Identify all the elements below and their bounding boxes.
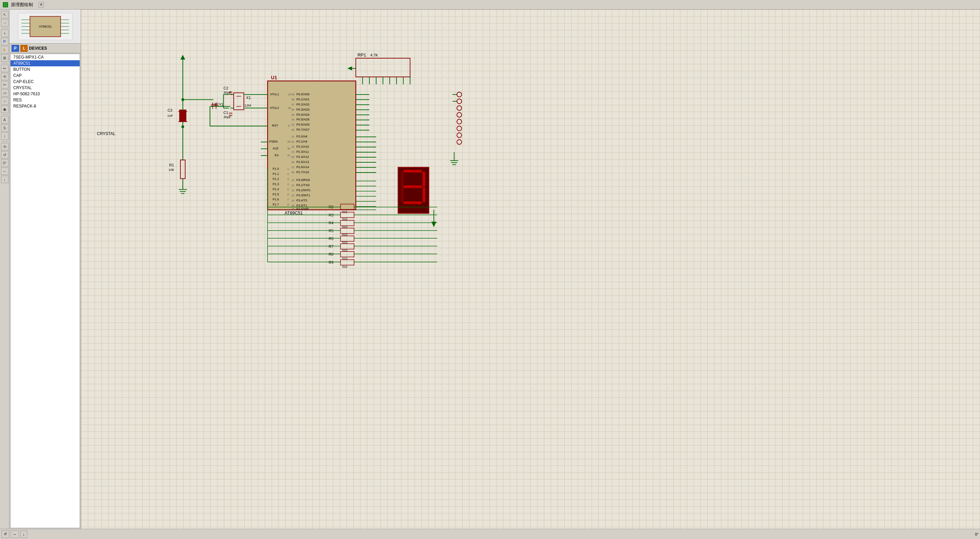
svg-text:P0.1/AD1: P0.1/AD1	[296, 98, 309, 101]
svg-text:P2.3/A11: P2.3/A11	[296, 150, 309, 153]
svg-text:19: 19	[288, 93, 291, 96]
svg-text:32: 32	[291, 128, 294, 131]
svg-text:PSEN: PSEN	[269, 140, 277, 143]
device-item-button[interactable]: BUTTON	[11, 66, 80, 73]
devices-header: P L DEVICES	[10, 44, 81, 53]
devices-panel: AT89C51 P L DEVICES 7SEG-MPX1-CA AT89C51	[10, 10, 81, 529]
svg-text:RP1: RP1	[357, 52, 366, 57]
svg-text:R4: R4	[329, 221, 334, 225]
mirror-h-tool[interactable]: ↔	[1, 167, 8, 175]
device-item-crystal[interactable]: CRYSTAL	[11, 85, 80, 91]
svg-text:ALE: ALE	[273, 147, 278, 150]
svg-text:10k: 10k	[169, 168, 174, 172]
flip-tool[interactable]: ↕	[1, 132, 8, 140]
bottom-toolbar: ↺ ↔ ↓ 0°	[0, 529, 980, 539]
svg-rect-20	[267, 81, 356, 210]
devices-list[interactable]: 7SEG-MPX1-CA AT89C51 BUTTON CAP CAP-ELEC…	[10, 54, 80, 528]
p-button[interactable]: P	[11, 45, 19, 52]
text-tool[interactable]: A	[1, 116, 8, 124]
device-item-respack8[interactable]: RESPACK-8	[11, 103, 80, 109]
svg-text:16: 16	[291, 208, 294, 211]
svg-text:P1.5: P1.5	[273, 192, 279, 196]
svg-rect-169	[403, 170, 422, 173]
svg-text:39: 39	[291, 93, 294, 96]
mirror-v-tool[interactable]: ↓	[1, 176, 8, 183]
svg-text:27: 27	[291, 166, 294, 169]
l-tool[interactable]: L	[1, 46, 8, 53]
device-item-hp5082[interactable]: HP-5082-7610	[11, 91, 80, 97]
schematic-svg: U1 AT89C51 XTAL1 19 XTAL2 18 RST 9 PSEN …	[81, 10, 980, 529]
svg-text:P2.5/A13: P2.5/A13	[296, 160, 309, 164]
svg-rect-175	[403, 202, 422, 204]
p-tool[interactable]: P	[1, 38, 8, 45]
svg-text:R1: R1	[169, 163, 174, 167]
svg-text:CRYSTAL: CRYSTAL	[97, 131, 115, 136]
svg-text:25: 25	[291, 156, 294, 159]
rotate-tool[interactable]: ⟲	[1, 73, 8, 80]
svg-text:30: 30	[287, 147, 290, 150]
svg-text:XTAL1: XTAL1	[270, 92, 279, 96]
svg-text:15: 15	[291, 204, 294, 207]
pointer-tool[interactable]: →	[1, 19, 8, 27]
svg-text:RST: RST	[272, 124, 278, 127]
svg-text:10: 10	[291, 179, 294, 182]
grid-tool[interactable]: ⊞	[1, 54, 8, 62]
svg-text:3: 3	[287, 178, 289, 181]
rotate-btn[interactable]: ↺	[2, 531, 9, 538]
svg-text:C3: C3	[167, 108, 172, 112]
svg-text:21: 21	[291, 135, 294, 138]
svg-text:P3.0/RXD: P3.0/RXD	[296, 178, 310, 182]
svg-text:33: 33	[291, 123, 294, 126]
app-window: 原理图绘制 ✕ ↖ → + P L ⊞ ✏ ⟲ ✂ ▭ ○ ◉ A S ↕ ⟲ …	[0, 0, 980, 539]
svg-text:R8: R8	[329, 252, 334, 256]
cut-tool[interactable]: ✂	[1, 81, 8, 89]
redo-tool[interactable]: ↺	[1, 151, 8, 159]
flip-h-btn[interactable]: ↔	[11, 531, 19, 538]
undo-tool[interactable]: ⟲	[1, 143, 8, 150]
rotation-display: 0°	[1, 159, 8, 167]
svg-text:26: 26	[291, 161, 294, 164]
svg-text:P0.5/AD5: P0.5/AD5	[296, 118, 309, 121]
svg-text:P1.6: P1.6	[273, 198, 279, 201]
circle-tool[interactable]: ○	[1, 97, 8, 105]
svg-text:23: 23	[291, 145, 294, 148]
svg-text:8: 8	[287, 203, 289, 206]
select-tool[interactable]: ↖	[1, 11, 8, 18]
preview-image: AT89C51	[18, 13, 73, 40]
flip-v-btn[interactable]: ↓	[21, 531, 27, 538]
canvas-area[interactable]: U1 AT89C51 XTAL1 19 XTAL2 18 RST 9 PSEN …	[81, 10, 980, 529]
svg-text:P2.7/A15: P2.7/A15	[296, 170, 309, 174]
component-preview: AT89C51	[10, 10, 81, 44]
svg-text:R7: R7	[329, 244, 334, 248]
device-item-cap[interactable]: CAP	[11, 73, 80, 79]
add-tool[interactable]: +	[1, 30, 8, 37]
svg-text:24: 24	[291, 150, 294, 153]
svg-text:9: 9	[288, 124, 290, 127]
sep1	[2, 28, 8, 28]
symbol-tool[interactable]: S	[1, 124, 8, 132]
svg-text:P1.2: P1.2	[273, 177, 279, 181]
device-item-7seg[interactable]: 7SEG-MPX1-CA	[11, 54, 80, 60]
svg-text:P2.4/A12: P2.4/A12	[296, 155, 309, 159]
svg-text:2: 2	[287, 173, 289, 176]
svg-text:12M: 12M	[244, 103, 251, 107]
svg-text:C2: C2	[224, 86, 228, 90]
pencil-tool[interactable]: ✏	[1, 65, 8, 72]
svg-text:AT89C51: AT89C51	[285, 210, 303, 215]
svg-text:7: 7	[287, 198, 289, 201]
svg-text:P1.7: P1.7	[273, 203, 279, 206]
svg-text:P1.1: P1.1	[273, 172, 279, 176]
device-item-at89c51[interactable]: AT89C51	[11, 60, 80, 66]
rect-tool[interactable]: ▭	[1, 89, 8, 97]
svg-text:6: 6	[287, 193, 289, 196]
device-item-cap-elec[interactable]: CAP-ELEC	[11, 79, 80, 85]
svg-text:38: 38	[291, 98, 294, 101]
dot-tool[interactable]: ◉	[1, 105, 8, 113]
svg-text:AT89C51: AT89C51	[39, 25, 51, 28]
title-text: 原理图绘制	[11, 2, 33, 8]
device-item-res[interactable]: RES	[11, 97, 80, 103]
close-button[interactable]: ✕	[38, 2, 44, 8]
l-button[interactable]: L	[21, 45, 27, 52]
svg-text:P1.0: P1.0	[273, 167, 279, 170]
svg-rect-19	[81, 18, 980, 520]
